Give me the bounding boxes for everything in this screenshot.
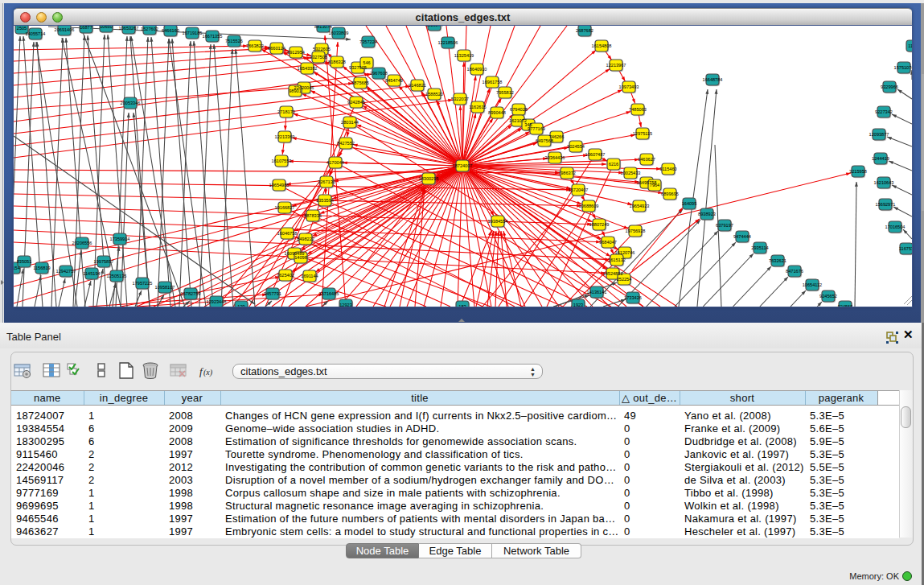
svg-text:98901: 98901 — [289, 89, 302, 93]
svg-text:6379197: 6379197 — [716, 223, 733, 228]
svg-text:8498222: 8498222 — [297, 237, 314, 241]
svg-text:16210643: 16210643 — [874, 180, 894, 185]
svg-text:7485063: 7485063 — [629, 107, 647, 112]
svg-text:9146821: 9146821 — [409, 83, 426, 88]
svg-text:16782759: 16782759 — [181, 291, 201, 296]
svg-text:1691144: 1691144 — [301, 274, 318, 278]
svg-text:18724007: 18724007 — [453, 163, 473, 168]
svg-text:9329966: 9329966 — [881, 84, 898, 89]
svg-text:116753: 116753 — [899, 246, 912, 251]
svg-text:18640910: 18640910 — [467, 67, 487, 72]
svg-text:2935114: 2935114 — [751, 245, 768, 250]
svg-text:3024554: 3024554 — [567, 144, 585, 149]
svg-text:17957225: 17957225 — [133, 281, 153, 286]
svg-text:18807249: 18807249 — [589, 222, 610, 227]
svg-text:8813074: 8813074 — [314, 26, 332, 29]
svg-text:1527602: 1527602 — [141, 27, 158, 31]
svg-text:1244419: 1244419 — [872, 156, 889, 161]
svg-text:20691406: 20691406 — [55, 27, 75, 32]
svg-text:15716485: 15716485 — [319, 291, 339, 296]
svg-text:16154808: 16154808 — [592, 43, 612, 48]
svg-text:129: 129 — [237, 304, 244, 307]
svg-text:8454749: 8454749 — [385, 78, 403, 83]
svg-text:16671355: 16671355 — [203, 34, 223, 39]
svg-text:2505: 2505 — [17, 26, 27, 31]
svg-text:16543382: 16543382 — [298, 66, 318, 71]
svg-text:11325419: 11325419 — [454, 53, 474, 58]
svg-text:4170044: 4170044 — [326, 160, 344, 165]
svg-text:9457791: 9457791 — [264, 291, 281, 296]
svg-text:10719185: 10719185 — [183, 31, 203, 35]
svg-text:10025433: 10025433 — [621, 171, 641, 175]
svg-text:1145194: 1145194 — [83, 271, 100, 276]
svg-text:10654112: 10654112 — [803, 282, 822, 287]
svg-text:9115460: 9115460 — [659, 167, 676, 171]
svg-text:7515526: 7515526 — [225, 39, 243, 43]
svg-text:15751074: 15751074 — [894, 65, 912, 70]
svg-text:15692971: 15692971 — [876, 202, 896, 207]
svg-text:8990448: 8990448 — [488, 110, 506, 115]
svg-text:8878335: 8878335 — [304, 213, 322, 218]
svg-text:6794028: 6794028 — [510, 107, 528, 112]
svg-text:835051: 835051 — [17, 259, 32, 264]
svg-text:9684047: 9684047 — [599, 240, 617, 245]
svg-text:6497568: 6497568 — [536, 138, 553, 143]
svg-text:12923: 12923 — [339, 303, 352, 307]
svg-text:1923: 1923 — [573, 303, 583, 307]
svg-text:2718170: 2718170 — [277, 109, 295, 114]
svg-text:10607487: 10607487 — [585, 152, 606, 157]
svg-text:8813074: 8813074 — [425, 26, 443, 27]
svg-text:14524851: 14524851 — [603, 271, 623, 276]
svg-text:9463627: 9463627 — [638, 157, 655, 162]
svg-text:19756928: 19756928 — [626, 229, 646, 233]
svg-text:8471676: 8471676 — [786, 269, 803, 274]
svg-text:16877: 16877 — [80, 26, 92, 30]
svg-text:19654923: 19654923 — [630, 204, 650, 208]
svg-text:10650: 10650 — [100, 26, 113, 29]
svg-text:10973493: 10973493 — [619, 84, 639, 89]
svg-text:12218506: 12218506 — [438, 40, 458, 45]
svg-text:924565: 924565 — [838, 304, 853, 307]
svg-text:2967608: 2967608 — [370, 71, 388, 76]
svg-text:9777169: 9777169 — [528, 126, 545, 131]
svg-text:20053346: 20053346 — [121, 101, 141, 105]
svg-text:(x): (x) — [203, 368, 213, 377]
svg-text:7625402: 7625402 — [277, 273, 294, 278]
svg-text:14055714: 14055714 — [26, 31, 46, 36]
svg-text:7964: 7964 — [650, 183, 659, 187]
svg-text:252254: 252254 — [617, 277, 632, 282]
svg-text:6466160: 6466160 — [162, 28, 179, 33]
svg-text:16120746: 16120746 — [615, 250, 635, 255]
svg-text:12975115: 12975115 — [633, 131, 652, 136]
svg-text:5322605: 5322605 — [313, 47, 331, 51]
svg-text:183: 183 — [458, 304, 466, 307]
svg-text:5322037: 5322037 — [451, 97, 469, 101]
svg-text:9245652: 9245652 — [819, 294, 837, 299]
svg-text:16107553: 16107553 — [272, 159, 292, 163]
svg-text:1156819: 1156819 — [33, 266, 50, 270]
svg-text:18300295: 18300295 — [419, 176, 439, 181]
svg-text:12505135: 12505135 — [107, 274, 127, 278]
svg-text:1112: 1112 — [908, 43, 912, 48]
svg-text:8912954: 8912954 — [287, 50, 305, 55]
svg-text:6899695: 6899695 — [661, 192, 679, 196]
svg-text:8427552: 8427552 — [337, 141, 355, 146]
svg-text:10653267: 10653267 — [119, 26, 139, 31]
svg-text:16046758: 16046758 — [277, 231, 298, 236]
svg-text:19975857: 19975857 — [94, 259, 114, 264]
svg-text:12213967: 12213967 — [606, 63, 626, 68]
svg-text:19384554: 19384554 — [488, 219, 508, 224]
svg-text:16033809: 16033809 — [329, 31, 349, 35]
svg-text:2803144: 2803144 — [341, 120, 359, 125]
svg-text:19654985: 19654985 — [269, 183, 290, 187]
svg-text:8938923: 8938923 — [698, 212, 716, 216]
svg-text:1733426: 1733426 — [624, 295, 642, 300]
svg-text:9242845: 9242845 — [347, 100, 365, 105]
svg-text:19166827: 19166827 — [275, 205, 295, 210]
svg-text:9474444: 9474444 — [733, 234, 751, 239]
svg-text:1615132: 1615132 — [608, 257, 626, 262]
svg-text:9227342: 9227342 — [875, 109, 893, 114]
svg-text:8660124: 8660124 — [268, 46, 285, 51]
svg-text:6216: 6216 — [609, 162, 618, 167]
svg-text:9327508: 9327508 — [310, 55, 327, 60]
